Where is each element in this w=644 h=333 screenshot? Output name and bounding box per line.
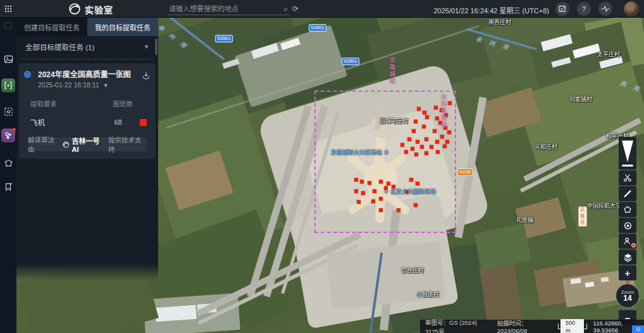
terrain-patch — [474, 223, 532, 270]
notification-dot — [13, 128, 16, 131]
airplane-detection-box — [435, 116, 439, 120]
bookmark-plus-icon — [4, 182, 13, 191]
airplane-detection-box — [357, 200, 361, 204]
capture-date: 拍摄时间：2024/06/08 — [497, 318, 552, 333]
locate-button[interactable] — [619, 218, 636, 233]
compare-split-icon — [4, 81, 13, 90]
airplane-detection-box — [368, 181, 371, 185]
scale-bar: 500 m — [558, 319, 587, 333]
task-card[interactable]: 2024年度全国高质量一张图 2025-01-22 16:18:11▼ 提取要素… — [19, 63, 156, 159]
opacity-slider[interactable] — [619, 137, 636, 170]
feedback-note-button[interactable] — [555, 2, 569, 16]
opacity-slider-handle[interactable] — [622, 165, 633, 166]
note-edit-icon — [559, 5, 566, 13]
airplane-detection-box — [407, 137, 411, 141]
zoom-level: 14 — [623, 295, 631, 302]
zoom-dial[interactable]: Zoom 14 — [614, 282, 641, 309]
panel-empty-space — [16, 159, 158, 260]
chevron-down-icon: ▼ — [144, 44, 149, 50]
datetime-display: 2025/01/22 16:24:42 星期三 (UTC+8) — [433, 5, 549, 15]
measure-tool-button[interactable] — [619, 186, 636, 201]
airplane-detection-box — [384, 186, 388, 190]
measure-pen-icon — [623, 189, 632, 198]
grid-icon — [4, 5, 12, 13]
task-datetime-text: 2025-01-22 16:18:11 — [38, 81, 99, 89]
search-input[interactable] — [168, 4, 283, 13]
airplane-detection-box — [448, 101, 452, 105]
map-license-number: 审图号：GS (2024) 3175号 — [425, 318, 491, 333]
airplane-detection-box — [430, 145, 433, 149]
airplane-detection-box — [409, 178, 413, 182]
jilin1-logo-icon — [68, 3, 81, 15]
panel-fade — [16, 264, 158, 280]
provider-icon — [636, 327, 640, 331]
airplane-detection-box — [392, 185, 395, 189]
airplane-detection-box — [434, 106, 438, 110]
pentagon-icon — [623, 205, 632, 214]
app-grid-menu-button[interactable] — [0, 0, 16, 18]
polygon-draw-button[interactable] — [1, 156, 15, 170]
target-icon — [623, 221, 633, 230]
airplane-detection-box — [361, 191, 365, 195]
airplane-detection-box — [360, 180, 364, 184]
terrain-patch — [155, 305, 196, 322]
map-provider-badge[interactable] — [632, 325, 644, 333]
image-icon — [4, 54, 13, 64]
airplane-detection-box — [422, 125, 426, 129]
swipe-compare-button[interactable] — [1, 79, 15, 92]
airplane-detection-box — [404, 150, 408, 154]
task-filter-dropdown[interactable]: 全部目标提取任务 (1) ▼ — [16, 36, 158, 58]
task-radio-selected[interactable] — [24, 71, 31, 78]
credit-brand: 吉林一号AI — [72, 135, 106, 153]
tool-rail — [0, 18, 16, 333]
alert-badge — [631, 243, 636, 248]
scissors-icon — [623, 173, 632, 182]
task-extent-rectangle — [314, 91, 456, 233]
clip-tool-button[interactable] — [619, 170, 636, 185]
airplane-detection-box — [435, 140, 439, 144]
activity-monitor-button[interactable] — [598, 2, 612, 16]
airplane-detection-box — [371, 199, 375, 203]
task-tabs: 创建目标提取任务 我的目标提取任务 — [16, 18, 158, 36]
region-select-button[interactable] — [1, 104, 15, 118]
panel-scrollbar[interactable] — [155, 39, 158, 55]
refresh-icon[interactable]: ⟳ — [292, 4, 299, 13]
annotator-button[interactable] — [619, 234, 636, 249]
layers-button[interactable] — [619, 249, 636, 265]
jilin1-logo-icon — [63, 141, 70, 148]
search-icon[interactable]: ⌕ — [283, 4, 288, 13]
ai-extraction-button[interactable] — [1, 129, 15, 142]
user-gear-icon — [623, 237, 632, 246]
help-icon: ? — [582, 5, 586, 13]
user-avatar[interactable] — [624, 1, 639, 16]
download-result-button[interactable] — [142, 71, 151, 82]
tab-create-task[interactable]: 创建目标提取任务 — [16, 18, 87, 36]
airplane-detection-box — [447, 130, 451, 134]
bookmark-add-button[interactable] — [1, 180, 15, 194]
map-toolbar: + Zoom 14 − — [619, 137, 636, 326]
task-datetime: 2025-01-22 16:18:11▼ — [38, 81, 151, 89]
airplane-detection-box — [440, 108, 443, 112]
chevron-down-icon[interactable]: ▼ — [103, 82, 109, 89]
scale-bracket — [584, 324, 586, 329]
polygon-tool-button[interactable] — [619, 202, 636, 217]
airplane-detection-box — [443, 126, 447, 130]
table-row[interactable]: 飞机 68 — [30, 117, 147, 127]
opacity-wedge-icon — [622, 141, 633, 162]
location-search: ⌕ — [168, 3, 289, 15]
airplane-detection-box — [433, 129, 437, 133]
feature-name: 飞机 — [30, 117, 45, 127]
layers-icon — [623, 253, 633, 262]
airplane-detection-box — [411, 147, 414, 151]
imagery-browse-button[interactable] — [1, 52, 15, 66]
feature-table-header: 提取要素 图斑数 — [30, 99, 147, 108]
terrain-patch — [326, 241, 445, 310]
airplane-detection-box — [397, 208, 400, 212]
tab-my-tasks[interactable]: 我的目标提取任务 — [87, 18, 158, 36]
help-button[interactable]: ? — [577, 2, 591, 16]
status-bar: 审图号：GS (2024) 3175号 拍摄时间：2024/06/08 500 … — [420, 320, 644, 333]
column-count: 图斑数 — [113, 99, 133, 108]
zoom-in-button[interactable]: + — [619, 265, 636, 280]
airplane-detection-box — [436, 150, 440, 154]
inactive-tool-button[interactable] — [1, 19, 15, 33]
